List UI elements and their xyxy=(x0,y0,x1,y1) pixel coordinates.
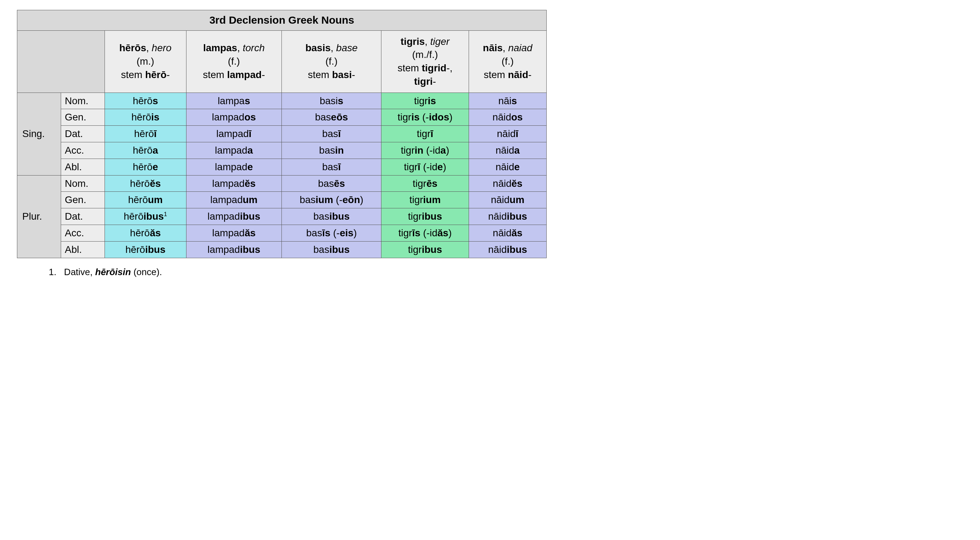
column-header-0: hērōs, hero(m.)stem hērō- xyxy=(105,30,186,92)
form-cell: lampade xyxy=(186,159,282,175)
column-header-1: lampas, torch(f.)stem lampad- xyxy=(186,30,282,92)
table-row: Plur.Nom.hērōĕslampadĕsbasēstigrēsnāidĕs xyxy=(17,175,547,192)
form-cell: basī xyxy=(282,126,381,142)
footnote: 1. Dative, hērōisin (once). xyxy=(17,258,579,277)
table-row: Gen.hērōumlampadumbasium (-eōn)tigriumnā… xyxy=(17,192,547,209)
form-cell: nāidibus xyxy=(469,241,546,258)
form-cell: nāidăs xyxy=(469,225,546,242)
form-cell: tigribus xyxy=(382,209,469,225)
number-label: Plur. xyxy=(17,175,61,258)
form-cell: baseōs xyxy=(282,109,381,126)
form-cell: lampas xyxy=(186,92,282,109)
footnote-lead: Dative, xyxy=(64,267,95,277)
number-label: Sing. xyxy=(17,92,61,175)
form-cell: nāide xyxy=(469,159,546,175)
case-label: Acc. xyxy=(61,225,105,242)
form-cell: nāis xyxy=(469,92,546,109)
declension-table: 3rd Declension Greek Nouns hērōs, hero(m… xyxy=(17,10,547,258)
form-cell: hērōs xyxy=(105,92,186,109)
table-row: Dat.hērōīlampadībasītigrīnāidī xyxy=(17,126,547,142)
case-label: Gen. xyxy=(61,192,105,209)
form-cell: hērōa xyxy=(105,142,186,159)
case-label: Abl. xyxy=(61,241,105,258)
form-cell: tigris xyxy=(382,92,469,109)
case-label: Abl. xyxy=(61,159,105,175)
case-label: Nom. xyxy=(61,92,105,109)
form-cell: basis xyxy=(282,92,381,109)
case-label: Gen. xyxy=(61,109,105,126)
form-cell: lampados xyxy=(186,109,282,126)
form-cell: hērōăs xyxy=(105,225,186,242)
form-cell: lampadibus xyxy=(186,209,282,225)
form-cell: tigrium xyxy=(382,192,469,209)
form-cell: tigrin (-ida) xyxy=(382,142,469,159)
form-cell: basīs (-eis) xyxy=(282,225,381,242)
case-label: Dat. xyxy=(61,126,105,142)
form-cell: lampadum xyxy=(186,192,282,209)
form-cell: nāidibus xyxy=(469,209,546,225)
form-cell: nāidĕs xyxy=(469,175,546,192)
form-cell: hērōibus1 xyxy=(105,209,186,225)
footnote-word: hērōisin xyxy=(95,267,131,277)
form-cell: basin xyxy=(282,142,381,159)
table-row: Sing.Nom.hērōslampasbasistigrisnāis xyxy=(17,92,547,109)
form-cell: nāidum xyxy=(469,192,546,209)
footnote-tail: (once). xyxy=(131,267,162,277)
form-cell: nāidī xyxy=(469,126,546,142)
form-cell: basium (-eōn) xyxy=(282,192,381,209)
form-cell: hērōĕs xyxy=(105,175,186,192)
form-cell: basī xyxy=(282,159,381,175)
table-row: Dat.hērōibus1lampadibusbasibustigribusnā… xyxy=(17,209,547,225)
form-cell: tigris (-idos) xyxy=(382,109,469,126)
form-cell: lampadĕs xyxy=(186,175,282,192)
form-cell: hērōum xyxy=(105,192,186,209)
form-cell: nāida xyxy=(469,142,546,159)
form-cell: basibus xyxy=(282,209,381,225)
form-cell: basēs xyxy=(282,175,381,192)
column-header-3: tigris, tiger(m./f.)stem tigrid-,tigri- xyxy=(382,30,469,92)
form-cell: tigrī xyxy=(382,126,469,142)
table-row: Acc.hērōalampadabasintigrin (-ida)nāida xyxy=(17,142,547,159)
form-cell: tigrī (-ide) xyxy=(382,159,469,175)
table-row: Abl.hērōibuslampadibusbasibustigribusnāi… xyxy=(17,241,547,258)
form-cell: hērōī xyxy=(105,126,186,142)
form-cell: tigrēs xyxy=(382,175,469,192)
form-cell: hērōis xyxy=(105,109,186,126)
form-cell: basibus xyxy=(282,241,381,258)
header-blank xyxy=(17,30,105,92)
form-cell: lampada xyxy=(186,142,282,159)
form-cell: lampadăs xyxy=(186,225,282,242)
table-row: Abl.hērōelampadebasītigrī (-ide)nāide xyxy=(17,159,547,175)
form-cell: lampadibus xyxy=(186,241,282,258)
form-cell: hērōe xyxy=(105,159,186,175)
case-label: Nom. xyxy=(61,175,105,192)
form-cell: nāidos xyxy=(469,109,546,126)
form-cell: hērōibus xyxy=(105,241,186,258)
table-title: 3rd Declension Greek Nouns xyxy=(17,10,547,31)
table-row: Gen.hērōislampadosbaseōstigris (-idos)nā… xyxy=(17,109,547,126)
column-header-2: basis, base(f.)stem basi- xyxy=(282,30,381,92)
table-row: Acc.hērōăslampadăsbasīs (-eis)tigrīs (-i… xyxy=(17,225,547,242)
footnote-num: 1. xyxy=(49,267,57,277)
form-cell: lampadī xyxy=(186,126,282,142)
column-header-4: nāis, naiad(f.)stem nāid- xyxy=(469,30,546,92)
form-cell: tigrīs (-idăs) xyxy=(382,225,469,242)
case-label: Acc. xyxy=(61,142,105,159)
form-cell: tigribus xyxy=(382,241,469,258)
case-label: Dat. xyxy=(61,209,105,225)
